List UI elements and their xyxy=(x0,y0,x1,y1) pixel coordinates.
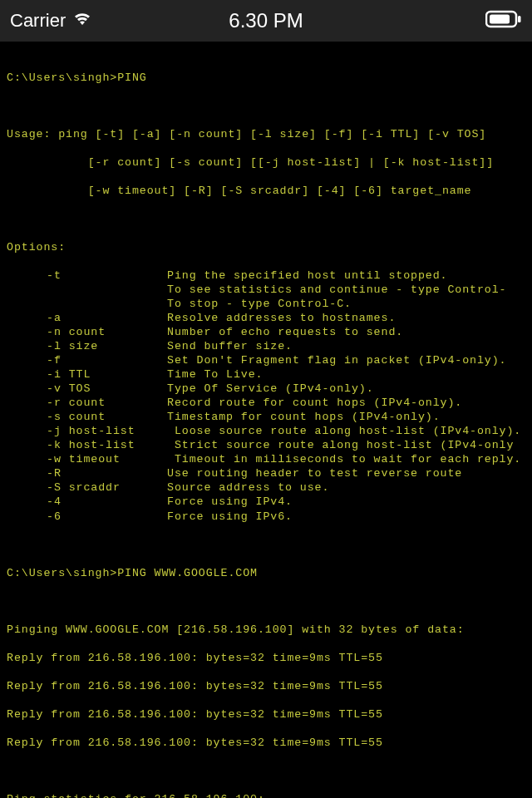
option-desc: Type Of Service (IPv4-only). xyxy=(167,382,374,395)
option-flag: -w timeout xyxy=(47,452,167,466)
option-flag: -l size xyxy=(47,339,167,353)
battery-icon xyxy=(485,10,522,32)
option-desc: Time To Live. xyxy=(167,368,263,381)
option-line: -r countRecord route for count hops (IPv… xyxy=(7,396,525,410)
option-flag: -a xyxy=(47,311,167,325)
option-desc: Ping the specified host until stopped. xyxy=(167,269,447,282)
status-time: 6.30 PM xyxy=(229,9,303,32)
option-flag: -v TOS xyxy=(47,382,167,396)
option-line: -w timeout Timeout in milliseconds to wa… xyxy=(7,452,525,466)
option-line: -l sizeSend buffer size. xyxy=(7,339,525,353)
option-line: -k host-list Strict source route along h… xyxy=(7,438,525,452)
option-flag: -6 xyxy=(47,510,167,524)
option-line: -n countNumber of echo requests to send. xyxy=(7,325,525,339)
reply-line: Reply from 216.58.196.100: bytes=32 time… xyxy=(7,679,525,693)
option-desc: Use routing header to test reverse route xyxy=(167,467,462,480)
option-desc: Force using IPv4. xyxy=(167,495,293,508)
option-line: -6Force using IPv6. xyxy=(7,510,525,524)
option-desc: To stop - type Control-C. xyxy=(167,298,352,310)
pinging-line: Pinging WWW.GOOGLE.COM [216.58.196.100] … xyxy=(7,623,525,637)
option-line: -4Force using IPv4. xyxy=(7,495,525,509)
option-line: -fSet Don't Fragment flag in packet (IPv… xyxy=(7,353,525,367)
option-desc: Set Don't Fragment flag in packet (IPv4-… xyxy=(167,354,506,367)
option-desc: Force using IPv6. xyxy=(167,510,293,523)
svg-rect-2 xyxy=(490,14,510,23)
option-flag: -4 xyxy=(47,495,167,509)
option-flag: -t xyxy=(47,268,167,283)
option-desc: Timeout in milliseconds to wait for each… xyxy=(167,453,521,466)
option-line: -v TOSType Of Service (IPv4-only). xyxy=(7,382,525,396)
option-flag: -s count xyxy=(47,410,167,424)
option-flag: -i TTL xyxy=(47,367,167,382)
option-line: -RUse routing header to test reverse rou… xyxy=(7,466,525,480)
options-header: Options: xyxy=(7,240,525,254)
option-line: -tPing the specified host until stopped. xyxy=(7,268,525,283)
usage-line: [-r count] [-s count] [[-j host-list] | … xyxy=(7,155,525,170)
status-bar: Carrier 6.30 PM xyxy=(0,0,532,42)
option-desc: Send buffer size. xyxy=(167,340,293,352)
carrier-label: Carrier xyxy=(10,10,66,32)
option-desc: To see statistics and continue - type Co… xyxy=(167,283,506,296)
status-left: Carrier xyxy=(10,10,92,32)
reply-line: Reply from 216.58.196.100: bytes=32 time… xyxy=(7,736,525,750)
wifi-icon xyxy=(72,10,92,32)
reply-line: Reply from 216.58.196.100: bytes=32 time… xyxy=(7,707,525,722)
option-desc: Loose source route along host-list (IPv4… xyxy=(167,425,521,437)
option-line: -s countTimestamp for count hops (IPv4-o… xyxy=(7,410,525,424)
option-desc: Resolve addresses to hostnames. xyxy=(167,312,396,324)
option-line: To see statistics and continue - type Co… xyxy=(7,283,525,297)
usage-line: Usage: ping [-t] [-a] [-n count] [-l siz… xyxy=(7,127,525,141)
status-right xyxy=(485,10,522,32)
option-flag: -j host-list xyxy=(47,424,167,438)
option-desc: Source address to use. xyxy=(167,481,329,494)
option-flag: -n count xyxy=(47,325,167,339)
option-line: -i TTLTime To Live. xyxy=(7,367,525,382)
usage-line: [-w timeout] [-R] [-S srcaddr] [-4] [-6]… xyxy=(7,184,525,198)
option-line: -S srcaddrSource address to use. xyxy=(7,480,525,495)
stats-line: Ping statistics for 216.58.196.100: xyxy=(7,792,525,798)
option-desc: Record route for count hops (IPv4-only). xyxy=(167,397,462,409)
option-flag: -r count xyxy=(47,396,167,410)
prompt-line: C:\Users\singh>PING WWW.GOOGLE.COM xyxy=(7,566,525,580)
option-line: -j host-list Loose source route along ho… xyxy=(7,424,525,438)
option-flag: -S srcaddr xyxy=(47,480,167,495)
option-flag: -k host-list xyxy=(47,438,167,452)
option-flag: -R xyxy=(47,466,167,480)
option-line: To stop - type Control-C. xyxy=(7,297,525,311)
option-desc: Timestamp for count hops (IPv4-only). xyxy=(167,411,441,423)
terminal-output: C:\Users\singh>PING Usage: ping [-t] [-a… xyxy=(0,42,532,798)
option-desc: Strict source route along host-list (IPv… xyxy=(167,439,514,451)
option-desc: Number of echo requests to send. xyxy=(167,326,403,338)
svg-rect-1 xyxy=(518,16,521,22)
reply-line: Reply from 216.58.196.100: bytes=32 time… xyxy=(7,651,525,665)
option-line: -aResolve addresses to hostnames. xyxy=(7,311,525,325)
prompt-line: C:\Users\singh>PING xyxy=(7,71,525,85)
option-flag: -f xyxy=(47,353,167,367)
